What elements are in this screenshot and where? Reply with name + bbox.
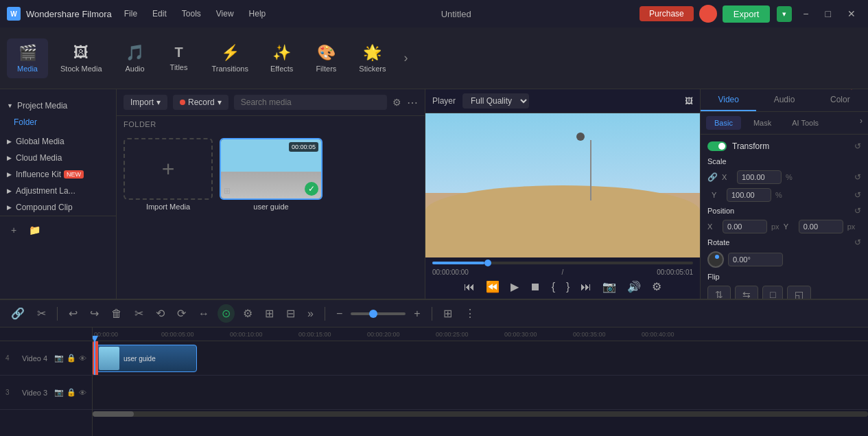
close-button[interactable]: ✕ [842,7,861,21]
volume-button[interactable]: 🔊 [624,279,644,295]
toolbar-titles[interactable]: T Titles [159,39,200,77]
scale-x-input[interactable] [737,170,782,184]
horizontal-scrollbar[interactable] [93,411,868,417]
track4-lock-icon[interactable]: 🔒 [67,354,76,363]
music-button[interactable]: ⊙ [218,304,235,323]
rewind-button[interactable]: ⏪ [483,279,502,295]
project-media-header[interactable]: ▼ Project Media [0,97,116,114]
preview-timeline[interactable] [432,262,693,264]
preview-settings-icon[interactable]: 🖼 [685,96,693,106]
quality-select[interactable]: Full Quality 1/2 Quality 1/4 Quality [462,93,529,108]
tab-video[interactable]: Video [701,89,756,111]
track3-camera-icon[interactable]: 📷 [54,388,64,397]
menu-view[interactable]: View [209,6,241,21]
track3-eye-icon[interactable]: 👁 [79,388,86,397]
sub-tab-mask[interactable]: Mask [745,116,779,130]
track3-lock-icon[interactable]: 🔒 [67,388,76,397]
flip-vertical-button[interactable]: ⇆ [735,286,758,299]
track4-camera-icon[interactable]: 📷 [54,354,64,363]
grid-view-button[interactable]: ⊞ [439,304,456,323]
toolbar-effects[interactable]: ✨ Effects [261,38,303,78]
blade-button[interactable]: ✂ [33,304,50,323]
export-dropdown-button[interactable]: ▾ [777,6,792,22]
split-button[interactable]: ✂ [130,304,148,323]
motion-button[interactable]: ⚙ [239,304,257,323]
rotate-right-button[interactable]: ⟳ [173,304,190,323]
folder-item[interactable]: Folder [0,114,116,130]
search-input[interactable] [234,95,387,110]
timeline-scrubber[interactable] [484,260,491,266]
pos-y-input[interactable] [799,220,843,233]
maximize-button[interactable]: □ [820,7,836,21]
rotate-reset-icon[interactable]: ↺ [854,238,861,247]
stabilize-button[interactable]: ⊞ [261,304,278,323]
trim-button[interactable]: ⊟ [282,304,299,323]
sub-tab-basic[interactable]: Basic [706,116,741,130]
zoom-slider[interactable] [351,312,406,315]
redo-button[interactable]: ↪ [86,304,103,323]
toolbar-stock-media[interactable]: 🖼 Stock Media [51,38,112,78]
skip-forward-button[interactable]: ⏭ [578,279,594,295]
more-effects-button[interactable]: » [303,305,318,323]
flip-square1-button[interactable]: □ [762,286,783,299]
toolbar-media[interactable]: 🎬 Media [7,38,48,78]
import-media-item[interactable]: + Import Media [124,138,213,211]
stop-button[interactable]: ⏹ [527,279,543,295]
delete-button[interactable]: 🗑 [107,305,126,323]
toolbar-filters[interactable]: 🎨 Filters [305,38,347,78]
toolbar-audio[interactable]: 🎵 Audio [115,38,156,78]
purchase-button[interactable]: Purchase [640,6,694,21]
toolbar-transitions[interactable]: ⚡ Transitions [202,38,258,78]
toolbar-more-button[interactable]: › [398,45,413,71]
transform-reset-icon[interactable]: ↺ [854,141,861,151]
scale-y-input[interactable] [727,188,771,202]
tab-audio[interactable]: Audio [756,89,812,111]
export-button[interactable]: Export [723,5,771,23]
panel-folder-button[interactable]: 📁 [25,222,45,238]
flip-square2-button[interactable]: ◱ [787,286,811,299]
compound-clip-header[interactable]: ▶ Compound Clip [0,199,116,216]
toolbar-stickers[interactable]: 🌟 Stickers [349,38,395,78]
scrollbar-thumb[interactable] [93,411,134,417]
snapshot-button[interactable]: 📷 [600,279,619,295]
settings-button[interactable]: ⚙ [649,279,664,295]
menu-edit[interactable]: Edit [145,6,174,21]
minimize-button[interactable]: − [797,7,814,21]
undo-button[interactable]: ↩ [64,304,82,323]
clip-item[interactable]: 00:00:05 ⊞ ✓ user guide [220,138,322,211]
mark-in-button[interactable]: { [549,279,558,295]
zoom-in-button[interactable]: + [410,305,424,323]
skip-back-button[interactable]: ⏮ [461,279,478,295]
avatar[interactable] [699,5,717,23]
menu-help[interactable]: Help [242,6,273,21]
pos-x-input[interactable] [723,220,767,233]
tab-color[interactable]: Color [812,89,868,111]
track4-eye-icon[interactable]: 👁 [79,354,86,363]
adjustment-la-header[interactable]: ▶ Adjustment La... [0,183,116,199]
menu-file[interactable]: File [117,6,144,21]
crop-button[interactable]: ↔ [194,305,213,323]
video-clip[interactable]: user guide [94,345,197,372]
scale-x-reset-icon[interactable]: ↺ [854,172,861,182]
sub-tab-ai-tools[interactable]: AI Tools [784,116,827,130]
transform-toggle[interactable] [707,141,727,151]
filter-icon[interactable]: ⚙ [392,97,401,108]
cloud-media-header[interactable]: ▶ Cloud Media [0,150,116,166]
influence-kit-header[interactable]: ▶ Influence Kit NEW [0,166,116,183]
scale-y-reset-icon[interactable]: ↺ [854,190,861,200]
mark-out-button[interactable]: } [563,279,572,295]
flip-horizontal-button[interactable]: ⇅ [707,286,731,299]
rotate-input[interactable] [728,253,783,266]
play-button[interactable]: ▶ [508,279,521,295]
sub-tabs-more-icon[interactable]: › [860,116,863,130]
rotate-left-button[interactable]: ⟲ [152,304,169,323]
position-reset-icon[interactable]: ↺ [854,206,861,216]
playhead[interactable] [94,341,95,375]
snap-button[interactable]: 🔗 [7,304,29,323]
panel-add-button[interactable]: + [7,222,21,238]
settings-tl-button[interactable]: ⋮ [460,304,480,323]
menu-tools[interactable]: Tools [175,6,208,21]
import-button[interactable]: Import ▾ [124,95,167,110]
record-button[interactable]: Record ▾ [173,95,228,110]
import-media-box[interactable]: + [124,138,213,200]
